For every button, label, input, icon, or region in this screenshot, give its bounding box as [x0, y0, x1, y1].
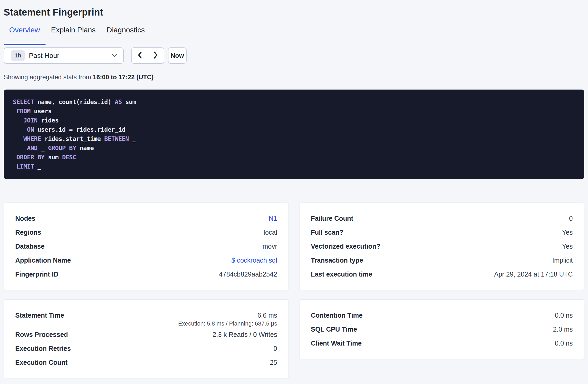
tab-overview[interactable]: Overview [4, 25, 46, 45]
stats-prefix: Showing aggregated stats from [4, 73, 93, 81]
row-label: Vectorized execution? [311, 239, 380, 253]
summary-row-full-scan: Full scan? Yes [311, 225, 573, 239]
row-label: Failure Count [311, 211, 353, 225]
row-label: Transaction type [311, 253, 363, 267]
row-value: Apr 29, 2024 at 17:18 UTC [494, 267, 573, 281]
interval-badge: 1h [11, 50, 25, 61]
row-label: Statement Time [15, 308, 64, 322]
time-range-picker[interactable]: 1h Past Hour [4, 47, 124, 64]
row-value: 0.0 ns [555, 308, 573, 322]
row-value: 2.3 k Reads / 0 Writes [213, 328, 277, 342]
chevron-right-icon [153, 51, 159, 60]
summary-row-failure-count: Failure Count 0 [311, 211, 573, 225]
row-value: 25 [270, 356, 277, 370]
row-label: Last execution time [311, 267, 372, 281]
row-value: 0.0 ns [555, 336, 573, 350]
summary-row-transaction-type: Transaction type Implicit [311, 253, 573, 267]
row-label: Execution Count [15, 356, 68, 370]
summary-row-last-execution: Last execution time Apr 29, 2024 at 17:1… [311, 267, 573, 281]
summary-row-sql-cpu-time: SQL CPU Time 2.0 ms [311, 322, 573, 336]
row-label: Execution Retries [15, 342, 71, 356]
summary-row-nodes: Nodes N1 [15, 211, 277, 225]
tab-bar: Overview Explain Plans Diagnostics [4, 25, 584, 45]
time-step-group [131, 47, 164, 64]
row-value: 0 [569, 211, 573, 225]
row-label: Application Name [15, 253, 71, 267]
row-label: Rows Processed [15, 328, 68, 342]
next-interval-button[interactable] [148, 48, 164, 63]
row-label: Full scan? [311, 225, 343, 239]
timing-card-left: Statement Time 6.6 ms Execution: 5.8 ms … [4, 299, 289, 378]
row-label: Contention Time [311, 308, 363, 322]
row-label: Database [15, 239, 44, 253]
stats-range: 16:00 to 17:22 (UTC) [93, 73, 154, 81]
summary-row-rows-processed: Rows Processed 2.3 k Reads / 0 Writes [15, 328, 277, 342]
time-controls: 1h Past Hour Now [4, 47, 584, 64]
page-title: Statement Fingerprint [4, 6, 584, 18]
tab-explain-plans[interactable]: Explain Plans [46, 25, 101, 45]
application-name-link[interactable]: $ cockroach sql [231, 253, 277, 267]
summary-row-fingerprint-id: Fingerprint ID 4784cb829aab2542 [15, 267, 277, 281]
row-label: Client Wait Time [311, 336, 362, 350]
chevron-down-icon [112, 54, 117, 57]
time-range-label: Past Hour [29, 52, 59, 60]
row-value: 2.0 ms [553, 322, 573, 336]
sql-statement: SELECT name, count(rides.id) AS sum FROM… [13, 97, 575, 171]
nodes-link[interactable]: N1 [269, 211, 277, 225]
chevron-left-icon [137, 51, 143, 60]
overview-card-right: Failure Count 0 Full scan? Yes Vectorize… [299, 203, 584, 290]
overview-card-left: Nodes N1 Regions local Database movr App… [4, 203, 289, 290]
row-value: Implicit [552, 253, 573, 267]
tab-diagnostics[interactable]: Diagnostics [101, 25, 150, 45]
row-value: movr [262, 239, 277, 253]
aggregated-stats-line: Showing aggregated stats from 16:00 to 1… [4, 73, 584, 81]
summary-row-vectorized: Vectorized execution? Yes [311, 239, 573, 253]
row-label: Regions [15, 225, 41, 239]
row-value: local [264, 225, 277, 239]
prev-interval-button[interactable] [132, 48, 148, 63]
summary-row-application-name: Application Name $ cockroach sql [15, 253, 277, 267]
summary-row-client-wait-time: Client Wait Time 0.0 ns [311, 336, 573, 350]
row-label: SQL CPU Time [311, 322, 357, 336]
summary-row-database: Database movr [15, 239, 277, 253]
row-label: Nodes [15, 211, 35, 225]
sql-statement-box: SELECT name, count(rides.id) AS sum FROM… [4, 90, 584, 179]
row-value: Yes [562, 225, 573, 239]
row-value: 4784cb829aab2542 [219, 267, 277, 281]
summary-row-execution-count: Execution Count 25 [15, 356, 277, 370]
summary-row-regions: Regions local [15, 225, 277, 239]
row-label: Fingerprint ID [15, 267, 58, 281]
row-value: Yes [562, 239, 573, 253]
row-value: 0 [273, 342, 277, 356]
summary-row-contention-time: Contention Time 0.0 ns [311, 308, 573, 322]
now-button[interactable]: Now [168, 47, 187, 64]
summary-row-execution-retries: Execution Retries 0 [15, 342, 277, 356]
timing-card-right: Contention Time 0.0 ns SQL CPU Time 2.0 … [299, 299, 584, 359]
